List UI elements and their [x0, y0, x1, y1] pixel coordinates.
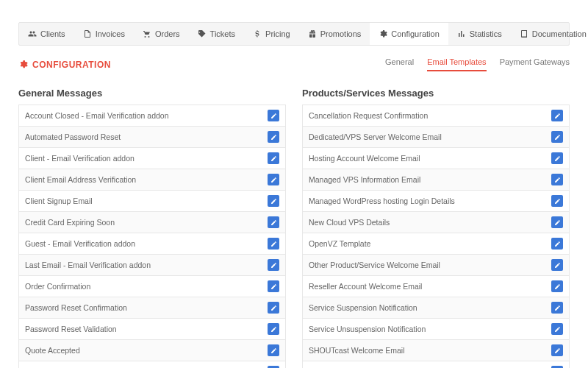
template-name: Service Unsuspension Notification [309, 325, 426, 333]
edit-button[interactable] [268, 174, 279, 185]
template-row: Quote Delivery with PDF [18, 361, 286, 368]
top-nav: ClientsInvoicesOrdersTicketsPricingPromo… [18, 22, 570, 46]
edit-button[interactable] [268, 216, 279, 228]
nav-item-promotions[interactable]: Promotions [299, 23, 370, 45]
edit-button[interactable] [551, 216, 563, 228]
template-row: Managed WordPress hosting Login Details [302, 191, 570, 212]
edit-button[interactable] [551, 302, 563, 314]
edit-button[interactable] [268, 280, 279, 292]
cogs-icon [379, 29, 387, 38]
edit-button[interactable] [551, 238, 563, 250]
users-icon [28, 29, 37, 38]
template-row: Client Signup Email [18, 191, 286, 212]
edit-button[interactable] [551, 195, 563, 207]
template-row: New Cloud VPS Details [302, 212, 570, 233]
subtab-email-templates[interactable]: Email Templates [427, 57, 487, 71]
edit-button[interactable] [551, 131, 563, 143]
template-row: Client - Email Verification addon [18, 148, 286, 169]
template-row: Credit Card Expiring Soon [18, 212, 286, 233]
page-title: CONFIGURATION [18, 60, 111, 70]
template-row: Guest - Email Verification addon [18, 233, 286, 255]
edit-button[interactable] [551, 174, 563, 185]
template-row: Dedicated/VPS Server Welcome Email [302, 127, 570, 148]
nav-item-label: Orders [155, 29, 180, 38]
general-messages-list: Account Closed - Email Verification addo… [18, 105, 286, 368]
edit-button[interactable] [268, 195, 279, 207]
edit-button[interactable] [268, 131, 279, 143]
edit-button[interactable] [551, 259, 563, 271]
edit-button[interactable] [551, 344, 563, 356]
nav-item-invoices[interactable]: Invoices [74, 23, 134, 45]
nav-item-label: Documentation [532, 29, 587, 38]
template-row: Last Email - Email Verification addon [18, 255, 286, 276]
template-row: SiteLock Welcome Email [302, 361, 570, 368]
template-row: Hosting Account Welcome Email [302, 148, 570, 169]
template-name: Password Reset Validation [25, 325, 117, 333]
template-name: OpenVZ Template [309, 239, 370, 248]
template-name: Client Signup Email [25, 197, 93, 205]
template-row: Other Product/Service Welcome Email [302, 255, 570, 276]
nav-item-label: Clients [40, 29, 65, 38]
nav-item-configuration[interactable]: Configuration [370, 23, 448, 45]
nav-item-statistics[interactable]: Statistics [448, 23, 511, 45]
stats-icon [457, 29, 466, 38]
edit-button[interactable] [551, 110, 563, 121]
template-row: Quote Accepted [18, 340, 286, 361]
general-messages-heading: General Messages [18, 88, 286, 99]
edit-button[interactable] [268, 238, 279, 250]
nav-item-label: Invoices [96, 29, 125, 38]
nav-item-label: Tickets [210, 29, 235, 38]
tag-icon [198, 29, 207, 38]
template-row: Password Reset Confirmation [18, 297, 286, 319]
template-row: Reseller Account Welcome Email [302, 276, 570, 297]
template-name: Client Email Address Verification [25, 175, 136, 184]
template-name: Reseller Account Welcome Email [309, 282, 422, 291]
edit-button[interactable] [268, 323, 279, 335]
nav-item-label: Pricing [265, 29, 290, 38]
subtab-payment-gateways[interactable]: Payment Gateways [500, 57, 570, 71]
edit-button[interactable] [551, 280, 563, 292]
template-row: Managed VPS Information Email [302, 169, 570, 191]
edit-button[interactable] [268, 259, 279, 271]
template-name: Dedicated/VPS Server Welcome Email [309, 132, 442, 141]
nav-item-label: Statistics [470, 29, 502, 38]
nav-item-label: Promotions [320, 29, 362, 38]
products-services-list: Cancellation Request ConfirmationDedicat… [302, 105, 570, 368]
template-row: Order Confirmation [18, 276, 286, 297]
subtab-general[interactable]: General [385, 57, 414, 71]
sub-tabs: GeneralEmail TemplatesPayment Gateways [385, 57, 570, 71]
nav-item-tickets[interactable]: Tickets [189, 23, 244, 45]
nav-item-clients[interactable]: Clients [19, 23, 74, 45]
template-name: Account Closed - Email Verification addo… [25, 111, 169, 120]
edit-button[interactable] [268, 344, 279, 356]
edit-button[interactable] [551, 323, 563, 335]
template-name: Order Confirmation [25, 282, 90, 291]
dollar-icon [253, 29, 262, 38]
file-icon [83, 29, 92, 38]
edit-button[interactable] [268, 302, 279, 314]
template-name: Managed VPS Information Email [309, 175, 420, 184]
products-services-heading: Products/Services Messages [302, 88, 570, 99]
template-row: OpenVZ Template [302, 233, 570, 255]
nav-item-documentation[interactable]: Documentation [511, 23, 588, 45]
edit-button[interactable] [268, 152, 279, 164]
template-name: Other Product/Service Welcome Email [309, 261, 440, 269]
edit-button[interactable] [551, 152, 563, 164]
template-row: Service Unsuspension Notification [302, 319, 570, 340]
template-row: Client Email Address Verification [18, 169, 286, 191]
nav-item-pricing[interactable]: Pricing [244, 23, 299, 45]
cogs-icon [18, 60, 28, 69]
template-name: Service Suspension Notification [309, 303, 417, 312]
template-row: Cancellation Request Confirmation [302, 105, 570, 127]
template-name: Guest - Email Verification addon [25, 239, 135, 248]
template-name: Automated Password Reset [25, 132, 121, 141]
template-name: Last Email - Email Verification addon [25, 261, 151, 269]
gift-icon [308, 29, 317, 38]
page-title-text: CONFIGURATION [32, 60, 111, 70]
template-name: Password Reset Confirmation [25, 303, 127, 312]
edit-button[interactable] [268, 110, 279, 121]
template-name: Client - Email Verification addon [25, 154, 135, 163]
nav-item-orders[interactable]: Orders [134, 23, 189, 45]
template-row: Service Suspension Notification [302, 297, 570, 319]
cart-icon [143, 29, 151, 38]
